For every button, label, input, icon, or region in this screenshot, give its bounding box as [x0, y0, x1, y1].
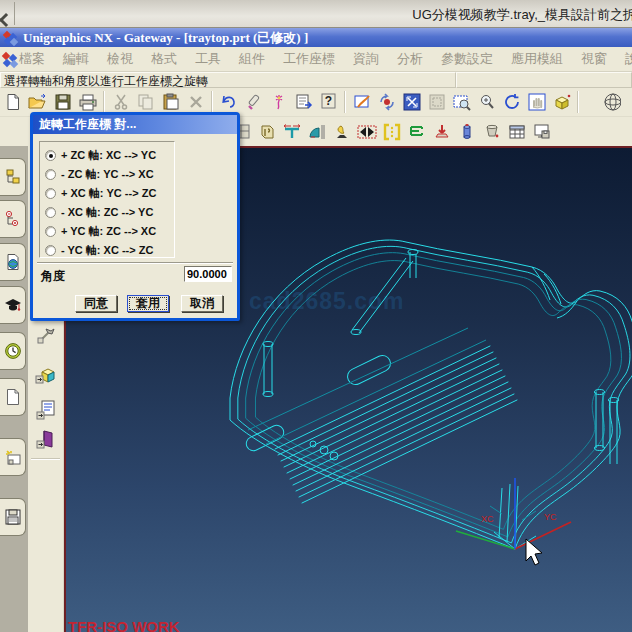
- bom-table-button[interactable]: [504, 119, 529, 145]
- modeling-app-button[interactable]: [34, 363, 58, 387]
- workpiece-plate-icon: [258, 123, 276, 141]
- workpiece-plate-button[interactable]: [254, 119, 279, 145]
- axis-option-label: + ZC 軸: XC --> YC: [61, 148, 156, 163]
- axis-option-label: + XC 軸: YC --> ZC: [61, 186, 156, 201]
- exit-button[interactable]: [34, 427, 58, 451]
- menu-bar: 檔案 編輯 檢視 格式 工具 組件 工作座標 資詢 分析 參數設定 應用模組 視…: [0, 47, 632, 72]
- monitor-save-button[interactable]: [529, 119, 554, 145]
- tab-assembly-navigator[interactable]: [0, 158, 26, 196]
- tab-new-part[interactable]: [0, 438, 26, 476]
- radio-button-icon[interactable]: [45, 169, 56, 180]
- tab-save-part[interactable]: [0, 498, 26, 536]
- apply-button[interactable]: 套用: [127, 295, 169, 312]
- copy-icon: [137, 93, 155, 111]
- pocket-cup-icon: [483, 123, 501, 141]
- axis-option[interactable]: - YC 軸: XC --> ZC: [45, 241, 174, 260]
- tab-roles[interactable]: [0, 378, 26, 416]
- pan-button[interactable]: [524, 89, 549, 115]
- shaded-box-button[interactable]: [549, 89, 574, 115]
- radio-button-icon[interactable]: [45, 207, 56, 218]
- blank-document-icon: [5, 388, 21, 406]
- drafting-app-button[interactable]: [34, 398, 58, 422]
- spark-button[interactable]: [266, 89, 291, 115]
- radio-button-icon[interactable]: [45, 226, 56, 237]
- monitor-save-icon: [533, 123, 551, 141]
- region-arrow-button[interactable]: [429, 119, 454, 145]
- axis-option[interactable]: - XC 軸: ZC --> YC: [45, 203, 174, 222]
- menu-help[interactable]: 說明: [625, 50, 632, 68]
- shaded-box-icon: [552, 93, 572, 111]
- save-part-icon: [4, 508, 22, 526]
- background-window-caption: UG分模视频教学.tray,_模具設計前之拆: [412, 6, 632, 24]
- menu-tools[interactable]: 工具: [195, 50, 221, 68]
- radio-button-icon[interactable]: [45, 150, 56, 161]
- window-title-bar[interactable]: Unigraphics NX - Gateway - [traytop.prt …: [0, 28, 632, 47]
- cut-scissors-icon: [113, 93, 129, 111]
- svg-text:?: ?: [324, 94, 331, 108]
- menu-wcs[interactable]: 工作座標: [283, 50, 335, 68]
- axis-option-group: + ZC 軸: XC --> YC - ZC 軸: YC --> XC + XC…: [39, 141, 175, 258]
- save-icon: [54, 93, 72, 111]
- parting-candle-button[interactable]: [329, 119, 354, 145]
- menu-information[interactable]: 資詢: [353, 50, 379, 68]
- pocket-cup-button[interactable]: [479, 119, 504, 145]
- menu-assemblies[interactable]: 組件: [239, 50, 265, 68]
- training-cap-icon: [3, 297, 23, 313]
- menu-application[interactable]: 應用模組: [511, 50, 563, 68]
- zoom-window-button[interactable]: [449, 89, 474, 115]
- tab-training[interactable]: [0, 286, 26, 324]
- touch-pen-button[interactable]: [241, 89, 266, 115]
- shrinkage-corner-button[interactable]: [304, 119, 329, 145]
- menu-format[interactable]: 格式: [151, 50, 177, 68]
- angle-input[interactable]: [184, 266, 232, 282]
- application-bar-separator: [31, 458, 60, 460]
- mold-split-button[interactable]: [354, 119, 379, 145]
- log-book-button[interactable]: [291, 89, 316, 115]
- dialog-title-bar[interactable]: 旋轉工作座標 對...: [33, 115, 237, 134]
- axis-option[interactable]: + XC 軸: YC --> ZC: [45, 184, 174, 203]
- tab-history[interactable]: [0, 332, 26, 370]
- rotate-view-button[interactable]: [499, 89, 524, 115]
- zoom-in-out-button[interactable]: [474, 89, 499, 115]
- zoom-box-button[interactable]: [424, 89, 449, 115]
- rotate-icon: [378, 93, 396, 111]
- radio-button-icon[interactable]: [45, 245, 56, 256]
- corner-glyph-icon: [0, 13, 13, 27]
- display-mode-button[interactable]: [598, 89, 623, 115]
- refresh-display-button[interactable]: [349, 89, 374, 115]
- axis-option[interactable]: + YC 軸: ZC --> XC: [45, 222, 174, 241]
- new-file-icon: [4, 93, 22, 111]
- new-part-icon: [4, 448, 22, 466]
- cavity-bracket-button[interactable]: [379, 119, 404, 145]
- menu-preferences[interactable]: 參數設定: [441, 50, 493, 68]
- help-button[interactable]: ?: [316, 89, 341, 115]
- tab-web-browser[interactable]: [0, 243, 26, 281]
- cancel-button[interactable]: 取消: [181, 295, 223, 312]
- menu-edit[interactable]: 編輯: [63, 50, 89, 68]
- mold-split-icon: [357, 123, 377, 141]
- fit-view-button[interactable]: [399, 89, 424, 115]
- radio-button-icon[interactable]: [45, 188, 56, 199]
- axis-option[interactable]: + ZC 軸: XC --> YC: [45, 146, 174, 165]
- menu-window[interactable]: 視窗: [581, 50, 607, 68]
- axis-option[interactable]: - ZC 軸: YC --> XC: [45, 165, 174, 184]
- drafting-app-icon: [35, 399, 57, 421]
- tab-part-navigator[interactable]: [0, 200, 26, 238]
- strip-divider: [14, 2, 15, 25]
- menu-analysis[interactable]: 分析: [397, 50, 423, 68]
- tool-hammer-icon: [36, 325, 56, 345]
- help-icon: ?: [321, 93, 337, 111]
- resource-bar: [0, 146, 28, 632]
- screen: { "screen": { "background_caption": "UG分…: [0, 0, 632, 632]
- core-post-button[interactable]: [454, 119, 479, 145]
- layer-stack-button[interactable]: [404, 119, 429, 145]
- tool-button[interactable]: [34, 323, 58, 347]
- menu-file[interactable]: 檔案: [19, 50, 45, 68]
- rotate-button[interactable]: [374, 89, 399, 115]
- exit-door-icon: [35, 428, 57, 450]
- rotate-wcs-dialog[interactable]: 旋轉工作座標 對... + ZC 軸: XC --> YC - ZC 軸: YC…: [30, 112, 240, 321]
- new-file-button[interactable]: [0, 89, 25, 115]
- menu-view[interactable]: 檢視: [107, 50, 133, 68]
- wcs-tool-button[interactable]: [279, 119, 304, 145]
- ok-button[interactable]: 同意: [75, 295, 117, 312]
